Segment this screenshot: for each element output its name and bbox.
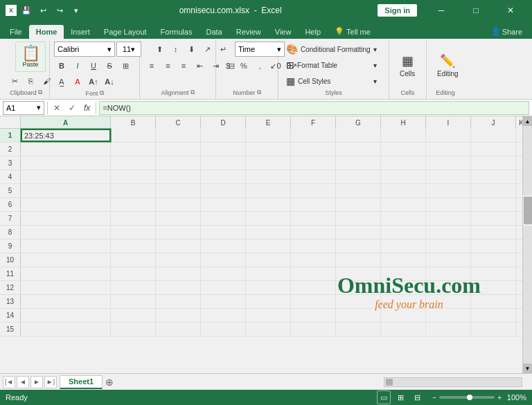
cell-i7[interactable] (426, 212, 471, 225)
align-left-button[interactable]: ≡ (144, 58, 159, 73)
cell-b13[interactable] (111, 295, 156, 308)
align-top-button[interactable]: ⬆ (152, 42, 168, 57)
cell-e11[interactable] (246, 267, 291, 280)
align-middle-button[interactable]: ↕ (168, 42, 184, 57)
scroll-up-button[interactable]: ▲ (523, 116, 533, 126)
cell-e7[interactable] (246, 212, 291, 225)
cell-g13[interactable] (336, 295, 381, 308)
row-number-6[interactable]: 6 (0, 198, 21, 211)
cell-ref-box[interactable]: A1 ▾ (3, 101, 44, 115)
number-format-dropdown[interactable]: Time ▾ (235, 42, 285, 57)
cell-f15[interactable] (291, 323, 336, 336)
cell-h5[interactable] (381, 184, 426, 197)
cell-d14[interactable] (201, 309, 246, 322)
cell-c4[interactable] (156, 170, 201, 183)
cell-d1[interactable] (201, 129, 246, 142)
add-sheet-button[interactable]: ⊕ (103, 375, 116, 389)
cell-a3[interactable] (21, 156, 111, 170)
cell-c9[interactable] (156, 240, 201, 253)
cell-j4[interactable] (471, 170, 516, 183)
cell-d4[interactable] (201, 170, 246, 183)
cell-a9[interactable] (21, 240, 111, 253)
cell-a6[interactable] (21, 198, 111, 211)
tab-share[interactable]: 👤 Share (484, 24, 529, 39)
sheet-nav-last[interactable]: ►| (44, 376, 57, 388)
col-header-c[interactable]: C (156, 116, 201, 129)
row-number-15[interactable]: 15 (0, 323, 21, 336)
cell-h7[interactable] (381, 212, 426, 225)
cell-e2[interactable] (246, 143, 291, 156)
cell-i9[interactable] (426, 240, 471, 253)
cell-j11[interactable] (471, 267, 516, 280)
align-right-button[interactable]: ≡ (176, 58, 191, 73)
save-quick-btn[interactable]: 💾 (19, 3, 33, 17)
alignment-expand-icon[interactable]: ⧉ (190, 89, 195, 96)
row-number-8[interactable]: 8 (0, 226, 21, 239)
cell-i11[interactable] (426, 267, 471, 280)
cell-d2[interactable] (201, 143, 246, 156)
cell-j2[interactable] (471, 143, 516, 156)
cell-i5[interactable] (426, 184, 471, 197)
sheet-tab-sheet1[interactable]: Sheet1 (60, 375, 103, 389)
cell-a4[interactable] (21, 170, 111, 183)
cell-b11[interactable] (111, 267, 156, 280)
cell-e15[interactable] (246, 323, 291, 336)
col-header-k[interactable]: K (516, 116, 522, 129)
decrease-font-button[interactable]: A↓ (102, 74, 117, 89)
sheet-nav-first[interactable]: |◄ (3, 376, 15, 388)
decrease-indent-button[interactable]: ⇤ (192, 58, 207, 73)
tab-review[interactable]: Review (229, 25, 268, 39)
clipboard-expand-icon[interactable]: ⧉ (38, 89, 42, 96)
cell-d12[interactable] (201, 281, 246, 294)
cell-f2[interactable] (291, 143, 336, 156)
sheet-nav-prev[interactable]: ◄ (17, 376, 29, 388)
font-color-button[interactable]: A (70, 74, 85, 89)
tab-home[interactable]: Home (29, 25, 64, 39)
horizontal-scrollbar[interactable] (384, 377, 522, 387)
increase-font-button[interactable]: A↑ (86, 74, 101, 89)
page-break-view-button[interactable]: ⊟ (410, 390, 424, 404)
col-header-g[interactable]: G (336, 116, 381, 129)
row-number-7[interactable]: 7 (0, 212, 21, 225)
cell-c12[interactable] (156, 281, 201, 294)
copy-button[interactable]: ⎘ (23, 73, 38, 89)
cell-b15[interactable] (111, 323, 156, 336)
cell-h12[interactable] (381, 281, 426, 294)
cell-b1[interactable] (111, 129, 156, 142)
tab-file[interactable]: File (3, 25, 29, 39)
cell-i8[interactable] (426, 226, 471, 239)
cell-g11[interactable] (336, 267, 381, 280)
comma-button[interactable]: , (252, 58, 267, 73)
cell-c5[interactable] (156, 184, 201, 197)
tab-formulas[interactable]: Formulas (154, 25, 200, 39)
col-header-a[interactable]: A (21, 116, 111, 129)
cell-e6[interactable] (246, 198, 291, 211)
cell-g3[interactable] (336, 156, 381, 170)
maximize-button[interactable]: □ (460, 0, 492, 21)
cell-g8[interactable] (336, 226, 381, 239)
cell-d8[interactable] (201, 226, 246, 239)
cell-h6[interactable] (381, 198, 426, 211)
cell-h9[interactable] (381, 240, 426, 253)
cell-h4[interactable] (381, 170, 426, 183)
row-number-12[interactable]: 12 (0, 281, 21, 294)
cell-e14[interactable] (246, 309, 291, 322)
vertical-scrollbar[interactable]: ▲ ▼ (522, 116, 532, 373)
row-number-3[interactable]: 3 (0, 156, 21, 170)
italic-button[interactable]: I (70, 58, 85, 73)
col-header-j[interactable]: J (471, 116, 516, 129)
cell-g7[interactable] (336, 212, 381, 225)
cell-d11[interactable] (201, 267, 246, 280)
cell-j6[interactable] (471, 198, 516, 211)
cell-h15[interactable] (381, 323, 426, 336)
cell-e3[interactable] (246, 156, 291, 170)
cell-e13[interactable] (246, 295, 291, 308)
cell-g15[interactable] (336, 323, 381, 336)
tab-view[interactable]: View (268, 25, 299, 39)
col-header-d[interactable]: D (201, 116, 246, 129)
cell-h3[interactable] (381, 156, 426, 170)
paste-button[interactable]: 📋 Paste (15, 42, 46, 72)
cell-f8[interactable] (291, 226, 336, 239)
cell-g6[interactable] (336, 198, 381, 211)
cell-styles-button[interactable]: ▦ Cell Styles ▾ (283, 73, 380, 89)
